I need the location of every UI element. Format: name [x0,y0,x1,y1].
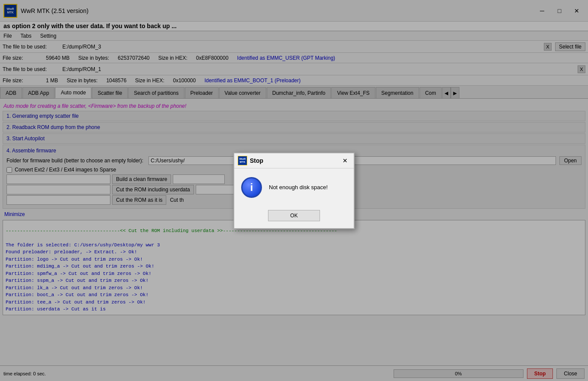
info-icon: i [241,177,262,198]
modal-title: Stop [250,157,337,164]
modal-footer: OK [234,207,354,228]
modal-body: i Not enough disk space! [234,168,354,207]
modal-close-button[interactable]: ✕ [340,156,350,165]
modal-dialog: WwR MTK Stop ✕ i Not enough disk space! … [233,152,355,229]
modal-overlay: WwR MTK Stop ✕ i Not enough disk space! … [0,0,588,381]
modal-title-bar: WwR MTK Stop ✕ [234,153,354,168]
modal-ok-button[interactable]: OK [268,210,320,221]
modal-message: Not enough disk space! [269,184,328,190]
modal-logo: WwR MTK [238,156,247,165]
